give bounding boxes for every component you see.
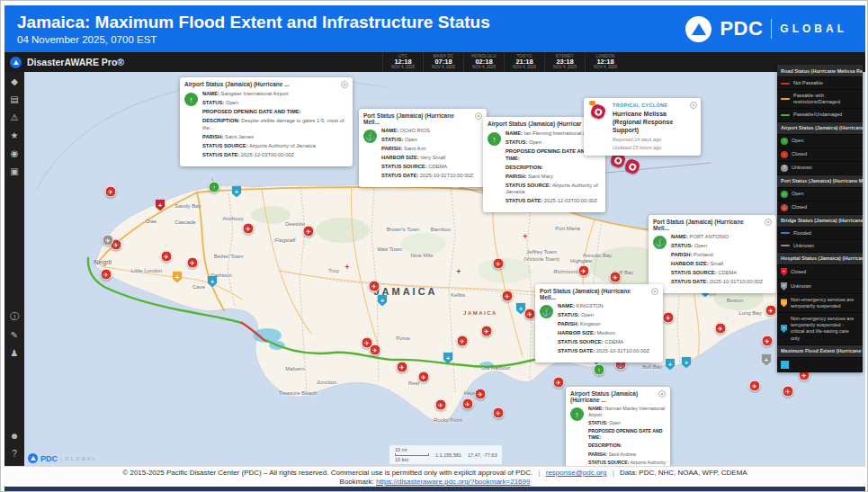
status-open-marker[interactable]: ↑ <box>594 364 605 376</box>
products-icon[interactable]: ▤ <box>4 90 24 108</box>
legend-item: ?Unknown <box>777 162 863 175</box>
legend-item: ↓Closed <box>777 148 863 162</box>
scale-km: 10 km <box>395 457 429 462</box>
bookmark-link[interactable]: https://disasteraware.pdc.org/?bookmark=… <box>376 478 530 486</box>
airport-closed-marker[interactable]: ✈ <box>493 258 505 270</box>
facility-marker[interactable]: + <box>456 267 461 276</box>
draw-icon[interactable]: ✎ <box>4 326 24 344</box>
clock-wash-dc: WASH DC07:18NOV 4, 2025 <box>423 52 463 72</box>
card-field: DESCRIPTION: <box>506 165 601 172</box>
facility-marker[interactable]: + <box>345 263 349 272</box>
shield-blue-swatch: + <box>781 325 787 333</box>
hazards-icon[interactable]: ◆ <box>4 72 24 90</box>
airport-closed-marker[interactable]: ✈ <box>502 291 514 302</box>
airport-closed-marker[interactable]: ✈ <box>475 389 487 400</box>
airport-closed-marker[interactable]: ✈ <box>243 223 255 235</box>
airport-closed-marker[interactable]: ✈ <box>783 386 794 398</box>
airport-closed-marker[interactable]: ✈ <box>418 371 430 383</box>
bookmarks-icon[interactable]: ★ <box>4 126 24 144</box>
airport-closed-marker[interactable]: ✈ <box>457 335 469 347</box>
card-field: STATUS: Open <box>671 243 772 250</box>
legend-section-header[interactable]: Airport Status (Jamaica) (Hurricane M...… <box>777 122 863 135</box>
alerts-icon[interactable]: ⚠ <box>4 108 24 126</box>
card-field: STATUS DATE: 2025-10-31T10:00:00Z <box>558 348 658 355</box>
close-icon[interactable]: × <box>765 219 772 226</box>
legend-section-header[interactable]: Road Status (Hurricane Melissa Resp...▾ <box>777 65 863 77</box>
card-field: STATUS: Open <box>588 420 666 426</box>
card-field: PARISH: Kingston <box>558 321 658 328</box>
place-label: Dias <box>146 219 157 224</box>
legend-section-header[interactable]: Port Status (Jamaica) (Hurricane Mel...▾ <box>777 175 863 188</box>
place-label: Little London <box>131 268 162 273</box>
port-status-popup[interactable]: Port Status (Jamaica) (Hurricane Mell...… <box>535 284 663 362</box>
account-icon[interactable]: ☻ <box>4 426 24 444</box>
airport-closed-marker[interactable]: ✈ <box>481 326 493 337</box>
airport-closed-marker[interactable]: ✈ <box>161 251 173 263</box>
hazard-updated: Updated:15 hours ago <box>613 144 695 151</box>
airport-unknown-marker[interactable]: ✈ <box>103 235 114 246</box>
airport-closed-marker[interactable]: ✈ <box>101 269 112 281</box>
tropical-cyclone-popup[interactable]: TROPICAL CYCLONE Hurricane Melissa (Regi… <box>584 98 701 156</box>
legend-item: ⚓Closed <box>777 201 863 215</box>
airport-closed-marker[interactable]: ✈ <box>749 380 761 392</box>
airport-closed-marker[interactable]: ✈ <box>369 281 380 292</box>
airport-closed-marker[interactable]: ✈ <box>610 272 622 283</box>
port-status-popup[interactable]: Port Status (Jamaica) (Hurricane Mell...… <box>649 215 776 293</box>
airport-closed-marker[interactable]: ✈ <box>397 362 408 373</box>
place-label: Troy <box>328 268 339 273</box>
airport-closed-marker[interactable]: ✈ <box>435 399 447 411</box>
shield-red-swatch: + <box>781 268 787 276</box>
help-icon[interactable]: ? <box>4 444 24 462</box>
airport-closed-marker[interactable]: ✈ <box>187 257 199 269</box>
clock-utc: UTC12:18NOV 4, 2025 <box>382 52 423 72</box>
clock-tokyo: TOKYO21:18NOV 4, 2025 <box>504 52 544 72</box>
info-icon[interactable]: ⓘ <box>4 308 24 326</box>
screen: Jamaica: Maximum Flood Extent and Infras… <box>0 0 868 492</box>
map-canvas[interactable]: Sandy BayDiasCascadeAnchovyDeesideFlagst… <box>24 72 865 466</box>
airport-closed-marker[interactable]: ✈ <box>762 335 774 347</box>
status-open-marker[interactable]: ↑ <box>209 182 220 193</box>
close-icon[interactable]: × <box>475 112 482 120</box>
circle-red-swatch: ↓ <box>781 151 788 158</box>
port-status-popup[interactable]: Port Status (Jamaica) (Hurricane Mell...… <box>359 109 487 187</box>
tracker-icon[interactable]: ♟ <box>4 344 24 362</box>
locations-icon[interactable]: ◉ <box>4 144 24 162</box>
facility-marker[interactable]: + <box>523 232 527 241</box>
card-field: PARISH: Saint Mary <box>506 174 601 181</box>
airport-status-popup[interactable]: Airport Status (Jamaica) (Hurricane ...×… <box>566 387 670 466</box>
video-icon[interactable]: ▣ <box>4 162 24 180</box>
close-icon[interactable]: × <box>690 102 697 109</box>
card-title: Airport Status (Jamaica) (Hurricane ... <box>570 390 655 403</box>
airport-closed-marker[interactable]: ✈ <box>105 186 117 198</box>
scale-miles: 10 mi <box>395 447 429 452</box>
place-label: Bamboo <box>431 227 451 232</box>
legend-section-header[interactable]: Bridge Status (Jamaica) (Hurricane M...▾ <box>777 215 863 228</box>
airport-status-popup[interactable]: Airport Status (Jamaica) (Hurricane ...×… <box>180 77 353 166</box>
clock-sydney: SYDNEY23:18NOV 4, 2025 <box>544 52 585 72</box>
card-field: STATUS SOURCE: Airports Authority of Jam… <box>202 143 348 150</box>
data-sources: Data: PDC, NHC, NOAA, WFP, CDEMA <box>620 469 747 477</box>
legend-section-header[interactable]: Maximum Flood Extent (Hurricane M...▾ <box>777 345 863 358</box>
airport-closed-marker[interactable]: ✈ <box>303 226 315 237</box>
legend-section-header[interactable]: Hospital Status (Jamaica) (Hurricane ...… <box>777 253 863 265</box>
close-icon[interactable]: × <box>651 288 658 295</box>
place-label: Bull Bay <box>642 364 662 370</box>
card-field: NAME: PORT ANTONIO <box>671 234 772 241</box>
circle-green-swatch: ↑ <box>781 138 788 145</box>
legend-item: ⚓Open <box>777 188 863 201</box>
card-title: Port Status (Jamaica) (Hurricane Mell... <box>653 219 761 231</box>
close-icon[interactable]: × <box>658 390 666 398</box>
airport-closed-marker[interactable]: ✈ <box>553 377 565 389</box>
airport-closed-marker[interactable]: ✈ <box>370 344 381 356</box>
close-icon[interactable]: × <box>341 81 348 88</box>
airport-closed-marker[interactable]: ✈ <box>663 312 675 324</box>
airport-closed-marker[interactable]: ✈ <box>462 398 474 410</box>
airport-closed-marker[interactable]: ✈ <box>715 323 727 335</box>
airport-closed-marker[interactable]: ✈ <box>578 265 590 277</box>
card-field: PARISH: Saint Andrew <box>588 452 666 458</box>
response-email-link[interactable]: response@pdc.org <box>546 469 607 477</box>
place-label: Anchovy <box>222 216 243 221</box>
airport-closed-marker[interactable]: ✈ <box>493 407 505 419</box>
place-label: Deeside <box>285 221 305 227</box>
airport-closed-marker[interactable]: ✈ <box>765 305 777 317</box>
